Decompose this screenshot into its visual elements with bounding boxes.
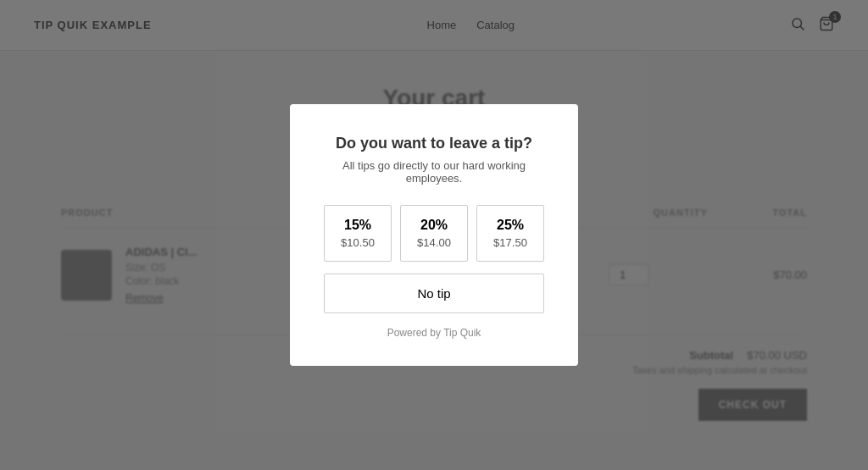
tip-percent-15: 15% <box>331 218 384 233</box>
modal-title: Do you want to leave a tip? <box>324 135 544 152</box>
tip-option-15[interactable]: 15% $10.50 <box>324 205 392 262</box>
powered-by: Powered by Tip Quik <box>324 327 544 339</box>
no-tip-button[interactable]: No tip <box>324 274 544 313</box>
tip-amount-25: $17.50 <box>484 236 537 249</box>
modal-overlay: Do you want to leave a tip? All tips go … <box>0 0 868 470</box>
tip-amount-20: $14.00 <box>408 236 460 249</box>
tip-amount-15: $10.50 <box>331 236 384 249</box>
tip-percent-25: 25% <box>484 218 537 233</box>
modal-subtitle: All tips go directly to our hard working… <box>324 159 544 185</box>
tip-options: 15% $10.50 20% $14.00 25% $17.50 <box>324 205 544 262</box>
tip-option-25[interactable]: 25% $17.50 <box>476 205 544 262</box>
tip-option-20[interactable]: 20% $14.00 <box>400 205 468 262</box>
tip-percent-20: 20% <box>408 218 460 233</box>
tip-modal: Do you want to leave a tip? All tips go … <box>290 104 578 366</box>
